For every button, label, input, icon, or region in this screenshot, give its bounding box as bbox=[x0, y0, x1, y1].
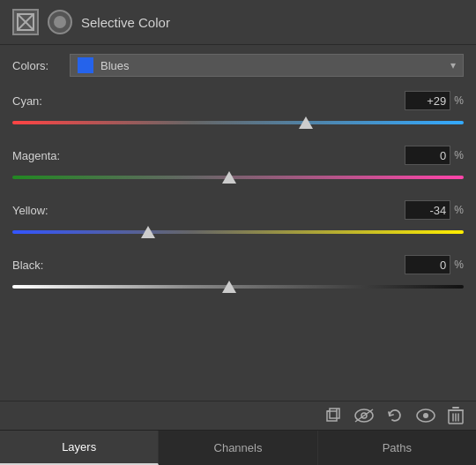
yellow-unit: % bbox=[454, 204, 464, 216]
cyan-unit: % bbox=[454, 94, 464, 107]
magenta-input[interactable] bbox=[405, 146, 450, 165]
black-label: Black: bbox=[12, 259, 83, 272]
black-thumb[interactable] bbox=[222, 281, 236, 293]
adjustment-icon bbox=[12, 9, 39, 35]
magenta-slider-group: Magenta: % bbox=[12, 146, 464, 186]
cyan-track bbox=[12, 121, 464, 124]
visibility-icon[interactable] bbox=[416, 409, 435, 423]
black-slider-group: Black: % bbox=[12, 255, 464, 296]
magenta-row-labels: Magenta: % bbox=[12, 146, 464, 165]
magenta-label: Magenta: bbox=[12, 149, 83, 162]
tab-paths[interactable]: Paths bbox=[318, 431, 476, 465]
cyan-row-labels: Cyan: % bbox=[12, 91, 464, 110]
colors-row: Colors: Blues ▾ bbox=[12, 54, 464, 77]
black-unit: % bbox=[454, 259, 464, 271]
color-swatch bbox=[78, 57, 93, 73]
yellow-input[interactable] bbox=[405, 200, 450, 220]
panel-content: Colors: Blues ▾ Cyan: % bbox=[0, 45, 476, 401]
black-track-wrap[interactable] bbox=[12, 278, 464, 296]
panel-toolbar bbox=[0, 401, 476, 430]
cyan-slider-group: Cyan: % bbox=[12, 91, 464, 131]
cyan-input[interactable] bbox=[405, 91, 450, 110]
panel-header: Selective Color bbox=[0, 0, 476, 45]
black-value-wrap: % bbox=[405, 255, 464, 274]
yellow-thumb[interactable] bbox=[141, 226, 155, 238]
layer-circle-icon bbox=[48, 10, 72, 34]
yellow-label: Yellow: bbox=[12, 204, 83, 217]
cyan-label: Cyan: bbox=[12, 94, 83, 108]
clip-layer-icon[interactable] bbox=[324, 407, 342, 424]
svg-rect-4 bbox=[330, 409, 339, 418]
cyan-value-wrap: % bbox=[405, 91, 464, 110]
colors-selected-value: Blues bbox=[100, 59, 450, 72]
chevron-down-icon: ▾ bbox=[450, 59, 456, 71]
svg-rect-3 bbox=[327, 411, 337, 421]
yellow-slider-group: Yellow: % bbox=[12, 200, 464, 241]
reset-icon[interactable] bbox=[386, 407, 404, 424]
yellow-row-labels: Yellow: % bbox=[12, 200, 464, 220]
black-track bbox=[12, 285, 464, 289]
visibility-alt-icon[interactable] bbox=[354, 409, 374, 423]
magenta-value-wrap: % bbox=[405, 146, 464, 165]
cyan-track-wrap[interactable] bbox=[12, 114, 464, 131]
tab-channels[interactable]: Channels bbox=[159, 431, 317, 465]
magenta-unit: % bbox=[454, 149, 464, 161]
delete-icon[interactable] bbox=[448, 407, 464, 424]
cyan-thumb[interactable] bbox=[299, 116, 313, 129]
colors-label: Colors: bbox=[12, 59, 61, 72]
tab-layers[interactable]: Layers bbox=[0, 431, 159, 465]
black-input[interactable] bbox=[405, 255, 450, 274]
yellow-track-wrap[interactable] bbox=[12, 223, 464, 241]
panel-title: Selective Color bbox=[81, 15, 170, 30]
yellow-value-wrap: % bbox=[405, 200, 464, 220]
black-row-labels: Black: % bbox=[12, 255, 464, 274]
magenta-track bbox=[12, 176, 464, 179]
yellow-track bbox=[12, 230, 464, 234]
magenta-thumb[interactable] bbox=[222, 171, 236, 184]
selective-color-panel: Selective Color Colors: Blues ▾ Cyan: % bbox=[0, 0, 476, 465]
svg-point-11 bbox=[423, 413, 428, 418]
magenta-track-wrap[interactable] bbox=[12, 169, 464, 186]
colors-dropdown[interactable]: Blues ▾ bbox=[70, 54, 464, 77]
panel-tabs: Layers Channels Paths bbox=[0, 430, 476, 465]
